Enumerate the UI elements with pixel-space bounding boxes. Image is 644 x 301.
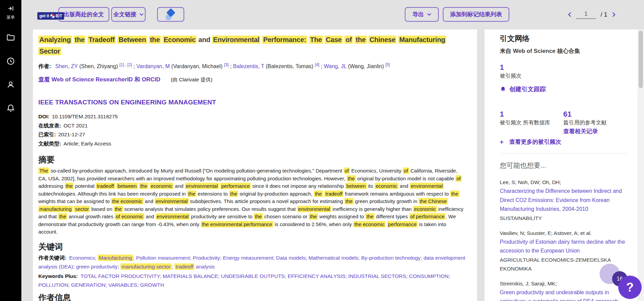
suggested-article-title-link[interactable]: Productivity of Estonian dairy farms dec… [500,238,628,256]
endnote-click-button[interactable] [157,7,184,22]
suggested-article-title-link[interactable]: Characterizing the Difference between In… [500,187,628,214]
author-affiliation-sup[interactable]: [3] [224,62,228,67]
create-citation-alert-link[interactable]: 创建引文跟踪 [500,85,628,93]
view-related-records-link[interactable]: 查看相关记录 [563,127,628,135]
next-record-chevron[interactable] [612,12,616,17]
citation-source-label: 来自 Web of Science 核心合集 [500,47,628,55]
help-button[interactable]: ? [618,276,642,299]
keywords-plus-link[interactable]: POLLUTION [38,282,68,288]
view-more-citations-link[interactable]: 查看更多的被引频次 [509,138,561,146]
cited-references-label: 篇引用的参考文献 [563,119,628,126]
author-link[interactable]: Wang, JL [324,63,346,69]
folder-icon[interactable] [6,33,15,42]
highlighted-term: the [450,190,459,197]
suggested-article-title-link[interactable]: Green productivity and undesirable outpu… [500,288,628,301]
page-total-label: / 1 [601,11,607,18]
scrollbar-thumb[interactable] [639,31,643,88]
highlighted-title-word: the [355,36,366,44]
author-keyword-link[interactable]: Mathematical models [308,255,358,261]
highlighted-title-word: the [149,36,161,44]
highlighted-title-word: The [309,36,323,44]
suggested-article-authors: Lee, S; Noh, DW; Oh, DH; [500,179,628,186]
keyword-separator: ; [406,273,409,279]
menu-toggle[interactable]: 菜单 [0,5,21,20]
highlighted-term: the [347,175,356,182]
keywords-plus-link[interactable]: EFFICIENCY ANALYSIS [288,273,345,279]
expand-menu-icon [7,5,15,12]
author-keywords-list: Economics; Manufacturing; Pollution meas… [38,255,465,270]
author-keyword-link[interactable]: tradeoff analysis [174,263,215,270]
plus-icon[interactable]: + [500,138,504,146]
abstract-segment: green productivity growth in [354,198,419,204]
author-keyword-link[interactable]: Manufacturing [98,255,133,261]
bell-icon [500,86,506,93]
keyword-separator: ; [117,264,120,269]
previous-record-chevron[interactable] [568,12,571,17]
highlighted-term: the [344,198,354,204]
author-link[interactable]: Balezentis, T [233,63,264,69]
author-keyword-link[interactable]: manufacturing sector [120,263,172,270]
full-text-links-button[interactable]: 全文链接 [111,7,146,22]
keywords-plus-link[interactable]: GENERATION [71,282,105,288]
keyword-separator: ; [273,255,276,261]
highlighted-term: the [114,206,123,212]
highlighted-title-word: Environmental [212,36,260,44]
times-cited-label: 被引频次 [500,72,628,80]
export-button[interactable]: 导出 [405,7,439,22]
author-keyword-link[interactable]: Data models [276,255,306,261]
keywords-plus-link[interactable]: INDUSTRIAL SECTORS [348,273,406,279]
article-title: Analyzing the Tradeoff Between the Econo… [38,34,467,57]
notifications-icon[interactable] [6,103,15,113]
author-keyword-link[interactable]: Energy measurement [223,255,273,261]
keywords-plus-link[interactable]: CONSUMPTION [409,273,449,279]
journal-title-link[interactable]: IEEE TRANSACTIONS ON ENGINEERING MANAGEM… [38,98,467,107]
author-link[interactable]: Vardanyan, M [136,63,170,69]
highlighted-term: environmental [410,183,444,189]
author-affiliation-sup[interactable]: [1] , [2] [119,62,132,67]
cited-references-count[interactable]: 61 [563,109,628,119]
author-keyword-link[interactable]: green productivity [76,264,117,269]
highlighted-term: performance [387,221,418,227]
menu-label: 菜单 [0,15,21,20]
keywords-plus-link[interactable]: TOTAL FACTOR PRODUCTIVITY [80,273,160,279]
chevron-down-icon [427,13,431,16]
author-affiliation-sup[interactable]: [4] [315,62,319,67]
full-text-at-publisher-button[interactable]: 出版商处的全文 [58,7,109,22]
highlighted-term: the economic [111,198,143,204]
author-keyword-link[interactable]: Economics [69,255,95,261]
abstract-heading: 摘要 [38,154,467,165]
endnote-click-diamond-icon [165,9,177,20]
highlighted-title-word: Sector [38,47,61,55]
keywords-plus-link[interactable]: MATERIALS BALANCE [163,273,218,279]
add-to-marked-list-button[interactable]: 添加到标记结果列表 [443,7,509,22]
keywords-plus-link[interactable]: UNDESIRABLE OUTPUTS [221,273,285,279]
all-db-count[interactable]: 1 [500,109,563,119]
highlighted-term: the economic [353,221,385,227]
author-keyword-link[interactable]: Pollution measurement [136,255,190,261]
doi-label: DOI: [38,114,50,119]
history-icon[interactable] [6,57,15,66]
author-affiliation-sup[interactable]: [5] [385,62,390,67]
highlighted-term: the [309,213,318,220]
researcher-id-link[interactable]: 查看 Web of Science ResearcherID 和 ORCID [38,76,160,83]
times-cited-count[interactable]: 1 [500,63,628,72]
highlighted-title-word: Case [325,36,343,44]
keywords-plus-link[interactable]: VARIABLES [108,282,137,288]
account-icon[interactable] [6,80,15,89]
logo-swirl-icon [50,14,55,18]
highlighted-title-word: of [344,36,353,44]
abstract-segment: weights assigned to [318,214,365,219]
author-keyword-link[interactable]: By-production technology [361,255,420,261]
author-link[interactable]: Shen, ZY [55,63,78,69]
page-number-input[interactable]: 1 [576,11,596,19]
keyword-separator: ; [220,255,223,261]
keywords-plus-link[interactable]: GROWTH [140,282,164,288]
highlighted-term: the Chinese [419,198,448,204]
highlighted-term: the [314,190,323,197]
author-keyword-link[interactable]: Productivity [193,255,220,261]
title-word: and [198,36,210,43]
page-scrollbar[interactable] [638,29,644,301]
keyword-separator: ; [137,282,140,288]
highlighted-term: between [345,183,367,189]
abstract-segment: is considered to 2.56%, when only [273,221,353,227]
